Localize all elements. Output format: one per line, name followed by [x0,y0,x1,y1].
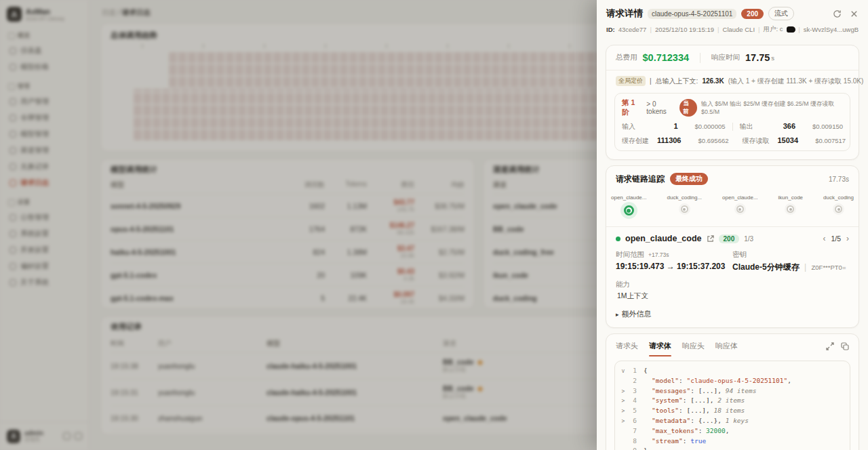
pricing-tier-box: 第 1 阶 > 0 tokens 当前 输入 $5/M 输出 $25/M 缓存创… [614,93,850,151]
status-badge: 200 [741,9,764,19]
json-line-content: "metadata": {...}, 1 keys [644,417,749,424]
time-delta: +17.73s [648,251,669,258]
json-line-content: { [644,367,648,374]
time-range-label: 时间范围 [616,250,644,260]
tier-rates: 输入 $5/M 输出 $25/M 缓存创建 $6.25/M 缓存读取 $0.5/… [701,100,843,115]
close-icon[interactable] [850,9,859,18]
trace-node[interactable]: duck_coding [823,195,854,216]
copy-icon[interactable] [841,342,849,350]
refresh-icon[interactable] [833,9,842,18]
payload-card: 请求头 请求体 响应头 响应体 v1{2"model": "claude-opu… [606,333,859,450]
collapse-toggle-icon[interactable]: > [619,408,627,414]
extra-info-toggle[interactable]: ▸ 额外信息 [616,309,849,319]
context-breakdown: (输入 1 + 缓存创建 111.3K + 缓存读取 15.0K) [728,77,864,86]
tier-threshold: > 0 tokens [646,100,675,115]
trace-node-circle [624,205,634,216]
meta-separator: | [650,26,651,33]
success-dot-icon [616,237,620,241]
segment-pager: 1/5 [831,234,841,243]
response-time-value: 17.75 [745,52,770,63]
client-label: Claude CLI [723,26,755,33]
json-line-content: "max_tokens": 32000, [644,427,729,434]
trace-node-circle [787,205,794,213]
pricing-scope-badge: 全局定价 [616,76,646,86]
usage-tokens: 111306 [657,136,682,144]
collapse-toggle-icon[interactable]: > [619,418,627,424]
meta-separator: | [717,26,719,33]
trace-node-label: duck_coding [823,195,854,201]
key-separator: | [804,262,806,272]
usage-label: 缓存创建 [622,136,657,146]
meta-separator: | [758,26,760,33]
trace-node-circle [835,205,842,213]
tier-usage-row: 输入 1 $0.000005 输出 366 $0.009150 [622,122,843,131]
time-range-value: 19:15:19.473 → 19:15:37.203 [616,262,732,271]
trace-title: 请求链路追踪 [616,173,665,185]
trace-nodes: open_claude... duck_coding... open_claud… [606,188,859,226]
collapse-toggle-icon[interactable]: > [619,398,627,404]
expand-icon[interactable] [826,342,834,350]
line-number: 1 [627,367,637,374]
collapse-toggle-icon[interactable]: v [619,368,627,374]
next-segment-button[interactable]: › [846,234,849,243]
usage-label: 输入 [622,122,657,131]
request-detail-panel: 请求详情 claude-opus-4-5-20251101 200 流式 ID:… [597,0,868,450]
api-key-masked: sk-WvzlSy4...uwgB [804,26,859,33]
trace-node[interactable]: duck_coding... [667,195,703,216]
cost-card: 总费用 $0.712334 响应时间 17.75 s 全局定价 | 总输入上下文… [606,45,859,160]
json-line-content: } [644,447,648,450]
json-viewer[interactable]: v1{2"model": "claude-opus-4-5-20251101",… [614,361,850,450]
key-name: Claude-5分钟缓存 [732,262,800,272]
current-tier-badge: 当前 [679,99,697,117]
trace-node-label: open_claude... [722,195,758,201]
key-mask: Z0F***PT0= [812,264,846,271]
request-meta: ID: 43cede77 | 2025/12/10 19:15:19 | Cla… [606,25,859,34]
json-line: 2"model": "claude-opus-4-5-20251101", [619,377,846,387]
segment-attempt: 1/3 [744,235,753,243]
trace-node[interactable]: open_claude... [611,195,647,216]
panel-title: 请求详情 [606,7,643,20]
trace-node[interactable]: open_claude... [722,195,758,216]
json-line-content: "tools": [...], 18 items [644,407,745,414]
line-number: 7 [627,427,637,434]
json-line: >6"metadata": {...}, 1 keys [619,417,846,427]
json-line-content: "model": "claude-opus-4-5-20251101", [644,377,791,384]
json-line: >5"tools": [...], 18 items [619,407,846,417]
usage-cost: $0.695662 [682,137,729,144]
usage-cost: $0.007517 [798,137,846,144]
request-timestamp: 2025/12/10 19:15:19 [655,26,714,33]
trace-duration: 17.73s [829,176,849,183]
json-line-content: "stream": true [644,437,706,445]
trace-node[interactable]: ikun_code [778,195,803,216]
usage-cost: $0.009150 [795,123,843,130]
line-number: 5 [627,407,637,414]
payload-tab[interactable]: 请求头 [616,341,638,356]
usage-tokens: 15034 [778,136,799,144]
collapse-toggle-icon[interactable]: > [619,388,627,394]
context-total: 126.3K [702,77,724,85]
total-fee-label: 总费用 [616,53,637,62]
model-chip: claude-opus-4-5-20251101 [648,9,736,19]
prev-segment-button[interactable]: ‹ [823,234,825,243]
external-link-icon[interactable] [707,235,714,243]
user-label: 用户: c [764,25,783,34]
line-number: 4 [627,396,637,404]
json-line: v1{ [619,367,846,377]
trace-node-label: ikun_code [778,195,803,201]
context-label: 总输入上下文: [656,77,698,86]
usage-tokens: 366 [775,122,796,130]
trace-node-circle [681,205,688,213]
usage-tokens: 1 [657,122,678,130]
payload-tab[interactable]: 响应头 [682,341,705,356]
request-id: 43cede77 [618,26,647,33]
ctx-separator: | [650,77,652,85]
payload-tab[interactable]: 响应体 [715,341,738,356]
usage-cost: $0.000005 [678,123,726,130]
line-number: 2 [627,377,637,384]
total-fee-value: $0.712334 [643,52,690,63]
payload-tab[interactable]: 请求体 [649,341,671,356]
json-line-content: "messages": [...], 94 items [644,387,756,394]
json-line: >4"system": [...], 2 items [619,396,846,407]
usage-label: 缓存读取 [743,136,778,146]
extra-info-label: 额外信息 [622,309,652,319]
